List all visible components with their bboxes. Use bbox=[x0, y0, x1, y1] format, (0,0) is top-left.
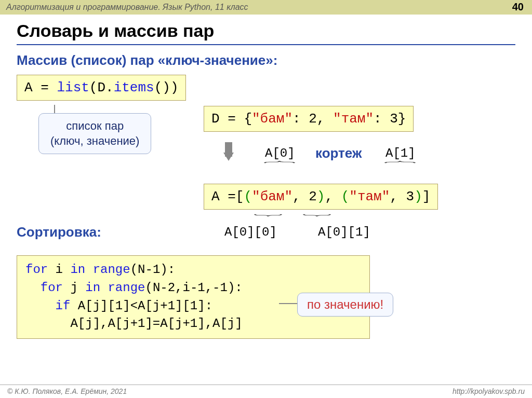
section-heading-2: Сортировка: bbox=[17, 224, 101, 240]
footer-url: http://kpolyakov.spb.ru bbox=[453, 387, 525, 398]
label-a1: A[1] bbox=[385, 146, 416, 160]
callout-line2: (ключ, значение) bbox=[50, 134, 139, 149]
label-a00: A[0][0] bbox=[224, 225, 277, 239]
brace-icon: ⏞ bbox=[254, 205, 282, 217]
course-title: Алгоритмизация и программирование. Язык … bbox=[6, 3, 248, 12]
label-tuple: кортеж bbox=[315, 145, 362, 161]
title-underline bbox=[17, 44, 515, 45]
callout-pointer-icon bbox=[279, 303, 297, 304]
label-a0: A[0] bbox=[265, 146, 295, 160]
arrow-down-icon bbox=[223, 153, 234, 161]
header-bar: Алгоритмизация и программирование. Язык … bbox=[0, 0, 532, 15]
callout-by-value-text: по значению! bbox=[307, 297, 383, 311]
brace-icon: ⏞ bbox=[384, 160, 416, 172]
slide-title: Словарь и массив пар bbox=[17, 21, 515, 41]
brace-icon: ⏞ bbox=[303, 205, 331, 217]
section-heading-1: Массив (список) пар «ключ-значение»: bbox=[17, 52, 515, 68]
callout-line1: список пар bbox=[50, 119, 139, 134]
code-box-list-items: A = list(D.items()) bbox=[17, 75, 186, 101]
footer-bar: © К.Ю. Поляков, Е.А. Ерёмин, 2021 http:/… bbox=[0, 385, 532, 398]
footer-copyright: © К.Ю. Поляков, Е.А. Ерёмин, 2021 bbox=[7, 387, 127, 398]
brace-icon: ⏞ bbox=[264, 160, 295, 172]
slide-body: Словарь и массив пар Массив (список) пар… bbox=[0, 15, 532, 339]
page-number: 40 bbox=[512, 1, 524, 13]
label-a01: A[0][1] bbox=[318, 225, 370, 239]
callout-key-value-list: список пар (ключ, значение) bbox=[38, 113, 151, 154]
callout-by-value: по значению! bbox=[297, 293, 393, 317]
code-box-dict: D = {"бам": 2, "там": 3} bbox=[204, 106, 414, 132]
